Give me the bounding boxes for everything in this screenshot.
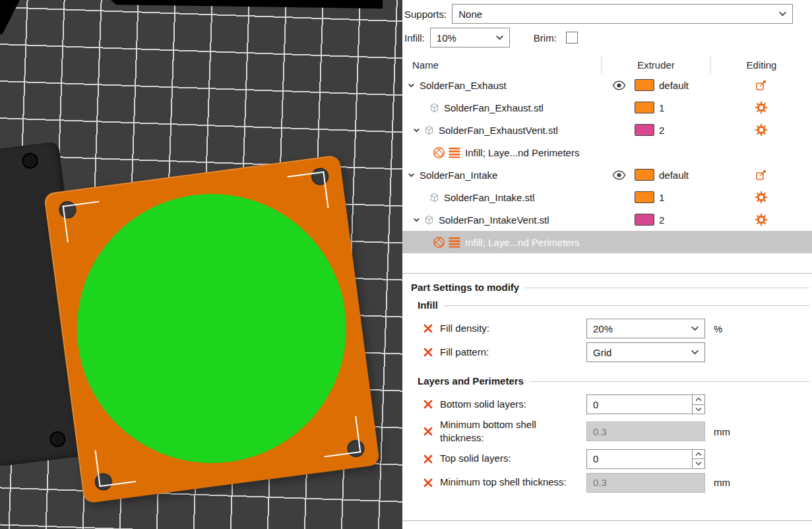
setting-label: Minimum top shell thickness:	[440, 476, 586, 489]
tree-row[interactable]: SolderFan_IntakeVent.stl2	[402, 208, 812, 231]
tree-row-extruder-cell: 2	[631, 214, 710, 226]
column-header-editing[interactable]: Editing	[710, 55, 812, 74]
tree-row-extruder-cell: 1	[631, 102, 710, 113]
tree-row[interactable]: SolderFan_Intake.stl1	[402, 186, 812, 208]
setting-unit-label: mm	[714, 477, 812, 488]
setting-dropdown[interactable]: Grid	[586, 342, 705, 362]
expander-chevron-icon[interactable]	[406, 171, 416, 179]
column-header-name[interactable]: Name	[402, 55, 601, 74]
remove-setting-icon[interactable]	[423, 399, 440, 410]
3d-viewport[interactable]	[0, 0, 402, 529]
setting-unit-label: %	[714, 323, 812, 334]
spinner-buttons[interactable]	[692, 395, 704, 414]
tree-row[interactable]: Infill; Laye...nd Perimeters	[402, 231, 812, 253]
tree-row[interactable]: SolderFan_Intakedefault	[402, 164, 812, 186]
extruder-value: default	[659, 80, 689, 91]
tree-item-label: SolderFan_Intake	[420, 170, 497, 181]
remove-setting-icon[interactable]	[423, 426, 440, 437]
part-icon	[423, 125, 435, 136]
tree-row-name-cell: SolderFan_Exhaust.stl	[402, 102, 607, 113]
column-header-extruder[interactable]: Extruder	[601, 55, 710, 74]
setting-label: Fill pattern:	[440, 346, 586, 359]
tree-row-name-cell: SolderFan_Intake	[402, 170, 607, 181]
divider	[530, 381, 809, 382]
tree-item-label: SolderFan_Exhaust.stl	[444, 102, 544, 113]
eye-icon[interactable]	[612, 80, 626, 90]
divider	[402, 520, 812, 521]
extruder-color-swatch[interactable]	[635, 124, 654, 136]
fan-plate-model[interactable]	[44, 155, 380, 504]
extruder-value: 2	[659, 125, 664, 136]
expander-chevron-icon[interactable]	[412, 126, 421, 135]
object-tree: Name Extruder Editing SolderFan_Exhaustd…	[402, 55, 812, 253]
part-icon	[429, 102, 440, 113]
tree-row[interactable]: Infill; Laye...nd Perimeters	[402, 141, 812, 164]
eye-icon[interactable]	[612, 170, 626, 180]
setting-input-disabled: 0.3	[586, 421, 705, 441]
spin-up-icon[interactable]	[693, 395, 704, 405]
tree-row-name-cell: SolderFan_Intake.stl	[402, 192, 607, 203]
infill-dropdown[interactable]: 10%	[430, 28, 510, 47]
supports-dropdown[interactable]: None	[452, 4, 793, 24]
gear-icon[interactable]	[755, 123, 768, 137]
extruder-color-swatch[interactable]	[635, 214, 654, 226]
tree-row-extruder-cell: 1	[631, 191, 710, 203]
expander-chevron-icon[interactable]	[406, 81, 416, 90]
remove-setting-icon[interactable]	[423, 454, 440, 464]
setting-value: 0.3	[593, 477, 607, 488]
tree-row[interactable]: SolderFan_Exhaustdefault	[402, 74, 812, 96]
remove-setting-icon[interactable]	[423, 347, 440, 358]
spinner-buttons[interactable]	[692, 450, 704, 468]
selection-corner-marker	[94, 445, 136, 487]
brim-checkbox[interactable]	[566, 32, 578, 44]
setting-row: Minimum top shell thickness:0.3mm	[423, 473, 812, 493]
setting-spinner[interactable]: 0	[586, 449, 705, 469]
extruder-color-swatch[interactable]	[635, 169, 654, 181]
chevron-down-icon	[691, 350, 699, 356]
extruder-color-swatch[interactable]	[635, 102, 654, 113]
setting-label: Fill density:	[440, 322, 586, 335]
screw-hole	[49, 431, 67, 449]
tree-item-label: SolderFan_Intake.stl	[444, 192, 535, 203]
group-title-label: Infill	[418, 299, 438, 311]
tree-row[interactable]: SolderFan_ExhaustVent.stl2	[402, 119, 812, 141]
setting-spinner[interactable]: 0	[586, 394, 705, 414]
tree-row-extruder-cell: 2	[631, 124, 710, 136]
setting-input-disabled: 0.3	[586, 473, 705, 493]
expander-chevron-icon[interactable]	[412, 216, 421, 224]
gear-icon[interactable]	[755, 213, 768, 226]
tree-header: Name Extruder Editing	[402, 55, 812, 74]
tree-row[interactable]: SolderFan_Exhaust.stl1	[402, 96, 812, 119]
extruder-value: default	[659, 170, 689, 181]
extruder-value: 1	[659, 102, 664, 113]
tree-row-editing-cell	[710, 101, 812, 114]
setting-label: Bottom solid layers:	[440, 398, 586, 411]
extruder-color-swatch[interactable]	[635, 191, 654, 203]
setting-row: Fill density:20%%	[423, 319, 812, 338]
setting-value: 0	[593, 399, 598, 410]
setting-unit-label: mm	[714, 426, 812, 437]
tree-row-name-cell: Infill; Laye...nd Perimeters	[402, 236, 607, 249]
gear-icon[interactable]	[755, 191, 768, 204]
tree-item-label: Infill; Laye...nd Perimeters	[465, 147, 579, 158]
extruder-value: 1	[659, 192, 664, 203]
setting-value: 0	[593, 453, 598, 464]
spin-down-icon[interactable]	[693, 459, 704, 468]
remove-setting-icon[interactable]	[423, 478, 440, 488]
supports-label: Supports:	[404, 9, 447, 20]
spin-down-icon[interactable]	[693, 405, 704, 414]
extruder-color-swatch[interactable]	[635, 79, 654, 91]
part-icon	[429, 192, 440, 203]
screw-hole	[21, 152, 39, 170]
modifier-infill-icon	[433, 236, 445, 249]
tree-row-editing-cell	[710, 79, 812, 92]
fan-vent-modifier[interactable]	[61, 177, 363, 480]
brim-label: Brim:	[534, 32, 557, 44]
gear-icon[interactable]	[755, 101, 768, 114]
remove-setting-icon[interactable]	[423, 323, 440, 334]
setting-dropdown[interactable]: 20%	[586, 319, 705, 338]
spin-up-icon[interactable]	[693, 450, 704, 460]
object-settings-icon[interactable]	[755, 169, 767, 181]
object-settings-icon[interactable]	[755, 79, 767, 92]
selection-corner-marker	[63, 201, 104, 243]
